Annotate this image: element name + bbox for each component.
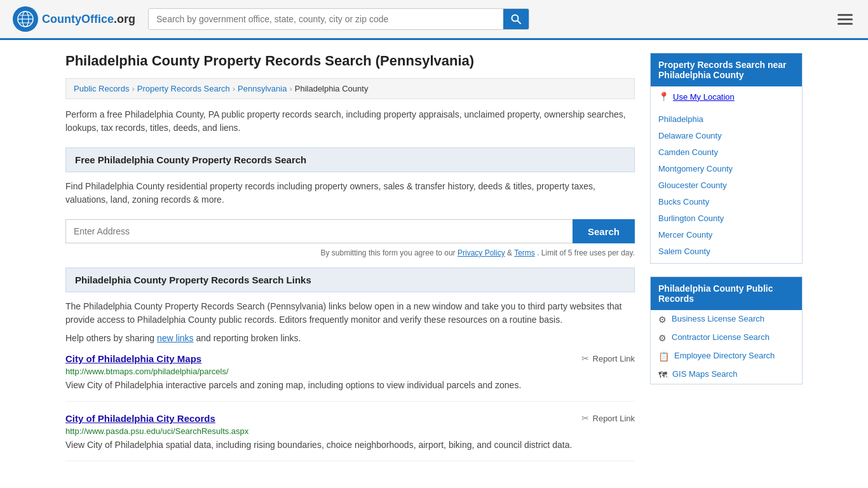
new-links-link[interactable]: new links — [157, 333, 194, 343]
nearby-montgomery-county[interactable]: Montgomery County — [658, 164, 733, 173]
record-url-records: http://www.pasda.psu.edu/uci/SearchResul… — [65, 426, 635, 436]
content-area: Philadelphia County Property Records Sea… — [65, 53, 635, 473]
nearby-burlington-county[interactable]: Burlington County — [658, 214, 724, 223]
global-search-input[interactable] — [149, 9, 503, 29]
privacy-policy-link[interactable]: Privacy Policy — [458, 248, 505, 257]
record-item: City of Philadelphia City Maps ✂ Report … — [65, 353, 635, 402]
address-input[interactable] — [65, 219, 573, 243]
gis-maps-link[interactable]: GIS Maps Search — [672, 369, 738, 379]
report-icon-2: ✂ — [581, 413, 589, 423]
employee-icon: 📋 — [658, 351, 669, 362]
record-desc-maps: View City of Philadelphia interactive pa… — [65, 379, 635, 392]
logo-icon — [13, 6, 38, 32]
list-item: Bucks County — [651, 193, 802, 210]
breadcrumb-pennsylvania[interactable]: Pennsylvania — [238, 84, 287, 93]
nearby-bucks-county[interactable]: Bucks County — [658, 197, 709, 207]
logo-text: CountyOffice.org — [42, 13, 135, 26]
nearby-camden-county[interactable]: Camden County — [658, 147, 718, 157]
record-title-maps[interactable]: City of Philadelphia City Maps — [65, 353, 201, 364]
free-search-description: Find Philadelphia County residential pro… — [65, 180, 635, 207]
record-title-records[interactable]: City of Philadelphia City Records — [65, 413, 215, 424]
record-url-maps: http://www.btmaps.com/philadelphia/parce… — [65, 367, 635, 376]
employee-directory-link[interactable]: Employee Directory Search — [674, 351, 775, 360]
nearby-delaware-county[interactable]: Delaware County — [658, 131, 722, 140]
contractor-license-link[interactable]: Contractor License Search — [672, 332, 770, 342]
nearby-gloucester-county[interactable]: Gloucester County — [658, 180, 727, 190]
address-form: Search — [65, 219, 635, 243]
pub-record-item: ⚙ Business License Search — [651, 310, 802, 329]
use-location[interactable]: 📍 Use My Location — [651, 86, 802, 107]
address-search-button[interactable]: Search — [573, 219, 635, 243]
nearby-county-list: Philadelphia Delaware County Camden Coun… — [651, 107, 802, 263]
main-container: Philadelphia County Property Records Sea… — [53, 40, 815, 485]
page-title: Philadelphia County Property Records Sea… — [65, 53, 635, 69]
list-item: Philadelphia — [651, 111, 802, 127]
list-item: Gloucester County — [651, 177, 802, 193]
global-search-bar — [148, 8, 529, 30]
public-records-title: Philadelphia County Public Records — [651, 277, 802, 310]
list-item: Mercer County — [651, 226, 802, 243]
nearby-title: Property Records Search near Philadelphi… — [651, 53, 802, 86]
links-description: The Philadelphia County Property Records… — [65, 300, 635, 327]
list-item: Delaware County — [651, 127, 802, 144]
location-pin-icon: 📍 — [658, 92, 669, 102]
nearby-salem-county[interactable]: Salem County — [658, 247, 710, 256]
breadcrumb: Public Records › Property Records Search… — [65, 78, 635, 99]
record-item-2: City of Philadelphia City Records ✂ Repo… — [65, 413, 635, 461]
global-search-button[interactable] — [503, 9, 529, 29]
list-item: Salem County — [651, 243, 802, 259]
business-license-link[interactable]: Business License Search — [672, 314, 764, 323]
record-desc-records: View City of Philadelphia spatial data, … — [65, 438, 635, 452]
pub-record-item-3: 📋 Employee Directory Search — [651, 347, 802, 365]
nearby-counties-section: Property Records Search near Philadelphi… — [650, 53, 803, 264]
public-records-section: Philadelphia County Public Records ⚙ Bus… — [650, 276, 803, 384]
breadcrumb-property-records-search[interactable]: Property Records Search — [137, 84, 230, 93]
site-header: CountyOffice.org — [0, 0, 868, 40]
hamburger-menu[interactable] — [835, 11, 855, 27]
pub-record-item-2: ⚙ Contractor License Search — [651, 329, 802, 347]
list-item: Burlington County — [651, 210, 802, 226]
sidebar: Property Records Search near Philadelphi… — [650, 53, 803, 473]
page-description: Perform a free Philadelphia County, PA p… — [65, 108, 635, 135]
list-item: Camden County — [651, 144, 802, 160]
use-location-link[interactable]: Use My Location — [673, 92, 735, 102]
links-section-heading: Philadelphia County Property Records Sea… — [65, 268, 635, 292]
list-item: Montgomery County — [651, 160, 802, 177]
breadcrumb-public-records[interactable]: Public Records — [74, 84, 129, 93]
terms-link[interactable]: Terms — [514, 248, 535, 257]
form-disclaimer: By submitting this form you agree to our… — [65, 248, 635, 257]
new-links-text: Help others by sharing new links and rep… — [65, 333, 635, 343]
search-icon — [511, 14, 521, 24]
free-search-heading: Free Philadelphia County Property Record… — [65, 147, 635, 172]
svg-line-6 — [518, 21, 521, 24]
report-link-maps[interactable]: ✂ Report Link — [581, 353, 635, 363]
nearby-philadelphia[interactable]: Philadelphia — [658, 114, 703, 124]
gear-icon-2: ⚙ — [658, 333, 667, 343]
report-link-records[interactable]: ✂ Report Link — [581, 413, 635, 423]
logo[interactable]: CountyOffice.org — [13, 6, 135, 32]
pub-record-item-4: 🗺 GIS Maps Search — [651, 365, 802, 384]
gear-icon-1: ⚙ — [658, 315, 667, 325]
gis-icon: 🗺 — [658, 370, 667, 380]
nearby-mercer-county[interactable]: Mercer County — [658, 230, 712, 240]
breadcrumb-current: Philadelphia County — [295, 84, 369, 93]
report-icon: ✂ — [581, 353, 589, 363]
